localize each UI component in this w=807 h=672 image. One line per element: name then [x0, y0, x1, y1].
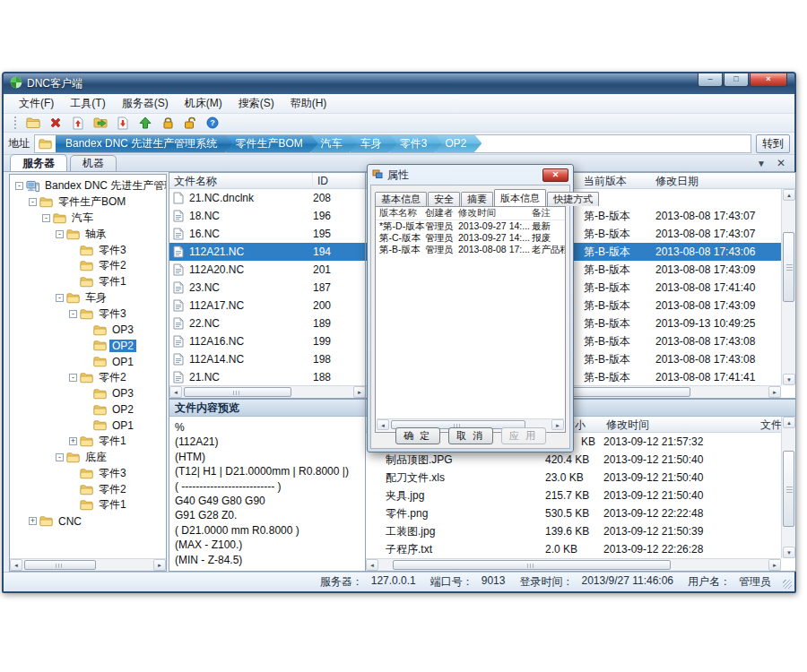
- tree-expander-icon[interactable]: [82, 358, 91, 366]
- tree-expander-icon[interactable]: [69, 470, 77, 478]
- tree-item[interactable]: -底座: [10, 450, 166, 466]
- upload-icon[interactable]: [137, 116, 153, 131]
- file-row[interactable]: 16.NC195: [169, 225, 366, 243]
- help-icon[interactable]: ?: [204, 116, 221, 131]
- ok-button[interactable]: 确 定: [395, 427, 440, 444]
- scroll-up-icon[interactable]: ▲: [783, 417, 795, 428]
- tree-expander-icon[interactable]: [82, 341, 91, 349]
- maximize-button[interactable]: □: [724, 73, 749, 87]
- breadcrumb-segment[interactable]: Bandex DNC 先进生产管理系统: [56, 134, 232, 153]
- scroll-right-icon[interactable]: ►: [353, 386, 366, 398]
- file-row[interactable]: 112A14.NC198: [169, 350, 366, 368]
- column-file-name[interactable]: 文件名称: [169, 173, 313, 189]
- scroll-thumb[interactable]: [184, 387, 291, 397]
- tree-item[interactable]: 零件1: [10, 274, 166, 290]
- send-to-folder-icon[interactable]: [92, 116, 108, 131]
- tree-item[interactable]: OP2: [10, 338, 166, 354]
- file-row[interactable]: 23.NC187: [169, 279, 366, 297]
- minimize-button[interactable]: –: [698, 73, 723, 87]
- column-modified-date[interactable]: 修改日期: [651, 173, 777, 189]
- close-button[interactable]: ×: [750, 73, 787, 87]
- tree-expander-icon[interactable]: -: [29, 198, 37, 206]
- scroll-left-icon[interactable]: ◄: [169, 386, 182, 398]
- scroll-thumb[interactable]: [393, 560, 671, 570]
- scroll-right-icon[interactable]: ►: [768, 559, 781, 571]
- tree-expander-icon[interactable]: +: [29, 517, 37, 525]
- tree-expander-icon[interactable]: -: [56, 294, 64, 302]
- scroll-thumb[interactable]: [24, 560, 96, 570]
- tree-expander-icon[interactable]: -: [56, 230, 64, 238]
- file-row[interactable]: 22.NC189: [169, 314, 366, 332]
- tree-item[interactable]: -汽车: [10, 211, 166, 227]
- column-note[interactable]: 备注: [532, 207, 551, 220]
- tree-item[interactable]: 零件2: [10, 481, 166, 497]
- attachment-row[interactable]: 夹具.jpg215.7 KB2013-09-12 21:50:40: [366, 487, 781, 504]
- tree-expander-icon[interactable]: -: [69, 374, 77, 382]
- dialog-version-row[interactable]: 第-C-版本管理员2013-09-27 14:...报废: [376, 232, 565, 244]
- tree-item[interactable]: +CNC: [10, 513, 166, 530]
- menu-item[interactable]: 机床(M): [177, 93, 230, 114]
- file-row[interactable]: 112A16.NC199: [169, 332, 366, 350]
- dialog-tab-摘要[interactable]: 摘要: [461, 192, 493, 206]
- attachment-row[interactable]: 零件.png530.5 KB2013-09-12 22:22:48: [366, 504, 781, 522]
- file-row[interactable]: 21.NC.dnclnk208: [169, 189, 366, 207]
- menu-item[interactable]: 文件(F): [11, 93, 62, 114]
- dialog-tab-快捷方式[interactable]: 快捷方式: [547, 192, 599, 206]
- scroll-left-icon[interactable]: ◄: [366, 559, 378, 571]
- tree-expander-icon[interactable]: [82, 421, 91, 429]
- tree-item[interactable]: OP3: [10, 385, 166, 401]
- scroll-right-icon[interactable]: ►: [768, 386, 781, 398]
- tree-item[interactable]: OP3: [10, 322, 166, 338]
- delete-icon[interactable]: [48, 116, 64, 131]
- go-button[interactable]: 转到: [756, 134, 790, 153]
- tree-item[interactable]: OP1: [10, 354, 166, 370]
- file-row[interactable]: 112A21.NC194: [169, 243, 366, 261]
- dialog-version-row[interactable]: *第-D-版本管理员2013-09-27 14:...最新: [376, 220, 565, 232]
- breadcrumb-segment[interactable]: 零件3: [390, 134, 443, 153]
- cancel-button[interactable]: 取 消: [448, 427, 493, 444]
- tree-expander-icon[interactable]: [69, 246, 77, 254]
- tree-expander-icon[interactable]: -: [42, 214, 50, 222]
- tree-item[interactable]: OP1: [10, 418, 166, 434]
- lock-icon[interactable]: [160, 116, 176, 131]
- tree-expander-icon[interactable]: -: [69, 310, 77, 318]
- scroll-down-icon[interactable]: ▼: [783, 547, 795, 558]
- address-box[interactable]: Bandex DNC 先进生产管理系统零件生产BOM汽车车身零件3OP2: [34, 134, 751, 153]
- scroll-right-icon[interactable]: ►: [153, 559, 166, 571]
- column-creator[interactable]: 创建者: [425, 207, 454, 220]
- tree-expander-icon[interactable]: -: [15, 182, 23, 190]
- tree-expander-icon[interactable]: [69, 262, 77, 270]
- column-id[interactable]: ID: [313, 173, 366, 189]
- tree-expander-icon[interactable]: -: [56, 453, 64, 461]
- tree-item[interactable]: -零件生产BOM: [10, 194, 166, 211]
- tree-item[interactable]: 零件3: [10, 465, 166, 481]
- checkin-file-icon[interactable]: [70, 116, 86, 131]
- tree-item[interactable]: OP2: [10, 401, 166, 418]
- tree-item[interactable]: 零件3: [10, 242, 166, 258]
- panel-dropdown-icon[interactable]: ▼: [757, 159, 766, 168]
- column-modify-time[interactable]: 修改时间: [458, 207, 496, 220]
- dialog-tab-版本信息[interactable]: 版本信息: [494, 189, 546, 206]
- menu-item[interactable]: 服务器(S): [114, 93, 177, 114]
- attachment-row[interactable]: 配刀文件.xls23.0 KB2013-09-12 21:50:40: [366, 469, 781, 487]
- tree-item[interactable]: +零件1: [10, 434, 166, 450]
- file-row[interactable]: 112A17.NC200: [169, 297, 366, 314]
- title-bar[interactable]: DNC客户端 – □ ×: [4, 73, 794, 94]
- tree-item[interactable]: 零件1: [10, 497, 166, 513]
- tree-expander-icon[interactable]: +: [69, 437, 77, 445]
- breadcrumb-segment[interactable]: 零件生产BOM: [225, 134, 317, 153]
- tree-item[interactable]: -Bandex DNC 先进生产管理系统: [10, 178, 166, 194]
- tree-expander-icon[interactable]: [69, 278, 77, 286]
- tree-item[interactable]: -车身: [10, 290, 166, 306]
- scroll-down-icon[interactable]: ▼: [783, 374, 795, 385]
- menu-item[interactable]: 工具(T): [62, 93, 113, 114]
- file-row[interactable]: 112A20.NC201: [169, 261, 366, 279]
- column-current-version[interactable]: 当前版本: [579, 173, 651, 189]
- tab-server[interactable]: 服务器: [10, 154, 67, 171]
- checkout-file-icon[interactable]: [115, 116, 131, 131]
- dialog-tab-基本信息[interactable]: 基本信息: [375, 192, 427, 206]
- tree-expander-icon[interactable]: [69, 501, 77, 509]
- unlock-icon[interactable]: [182, 116, 198, 131]
- column-modified-time[interactable]: 修改时间: [602, 417, 756, 433]
- tree-expander-icon[interactable]: [82, 406, 91, 414]
